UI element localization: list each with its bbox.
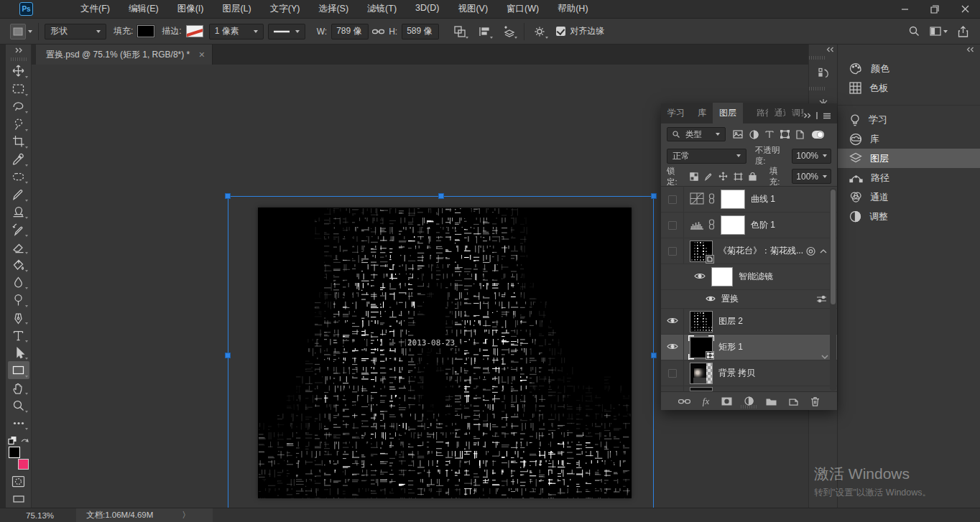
dock-item-layers[interactable]: 图层 <box>838 149 980 168</box>
layers-scrollbar[interactable] <box>830 188 836 391</box>
quick-mask-button[interactable] <box>8 472 29 490</box>
stroke-width-select[interactable]: 1 像素 <box>209 24 264 39</box>
menu-3d[interactable]: 3D(D) <box>407 0 447 18</box>
workspace-switcher[interactable] <box>930 27 948 36</box>
layer-mask-thumbnail[interactable] <box>721 215 745 235</box>
share-icon[interactable] <box>958 26 969 37</box>
visibility-on-icon[interactable] <box>694 272 706 282</box>
status-chevron-icon[interactable]: 〉 <box>182 510 190 521</box>
tool-mode-select[interactable]: 形状 <box>45 24 106 39</box>
path-operations-button[interactable] <box>450 23 469 40</box>
dock-item-swatches[interactable]: 色板 <box>838 78 980 98</box>
filter-pixel-layers-icon[interactable] <box>733 130 743 139</box>
menu-filter[interactable]: 滤镜(T) <box>359 0 405 18</box>
selection-handle-nw[interactable] <box>225 193 231 199</box>
link-layers-icon[interactable] <box>678 398 690 405</box>
filter-type-select[interactable]: 类型 <box>667 127 726 141</box>
collapse-chevron-icon[interactable] <box>820 249 827 253</box>
fill-field[interactable]: 100% <box>792 169 831 184</box>
visibility-toggle[interactable] <box>661 309 684 334</box>
clone-stamp-tool[interactable] <box>8 203 29 221</box>
smart-object-thumbnail[interactable] <box>690 241 713 262</box>
toolbar-collapse-button[interactable] <box>6 45 31 56</box>
visibility-toggle[interactable] <box>661 335 684 360</box>
opacity-field[interactable]: 100% <box>792 149 831 164</box>
dodge-tool[interactable] <box>8 291 29 309</box>
menu-help[interactable]: 帮助(H) <box>550 0 596 18</box>
new-layer-icon[interactable] <box>789 396 798 406</box>
layer-row-layer2[interactable]: 图层 2 <box>661 309 837 335</box>
dock-item-adjustments[interactable]: 调整 <box>838 207 980 226</box>
tab-learn[interactable]: 学习 <box>661 103 691 123</box>
panel-grip[interactable] <box>809 87 825 90</box>
type-tool[interactable] <box>8 326 29 344</box>
lock-all-icon[interactable] <box>749 172 757 181</box>
fill-color-swatch[interactable] <box>137 25 154 37</box>
filter-toggle-switch[interactable] <box>812 131 824 139</box>
visibility-toggle[interactable] <box>661 360 684 386</box>
filter-blending-options-icon[interactable] <box>816 295 827 303</box>
healing-patch-tool[interactable] <box>8 168 29 186</box>
visibility-toggle[interactable] <box>661 238 684 264</box>
smart-filter-badge-icon[interactable] <box>805 246 816 256</box>
layer-row-levels[interactable]: 色阶 1 <box>661 213 837 238</box>
dock-item-color[interactable]: 颜色 <box>838 59 980 78</box>
layer-row-partial[interactable] <box>661 386 837 391</box>
path-selection-tool[interactable] <box>8 344 29 362</box>
gear-icon[interactable] <box>530 23 549 40</box>
edit-toolbar-ellipsis[interactable] <box>8 414 29 432</box>
search-icon[interactable] <box>909 26 920 37</box>
menu-window[interactable]: 窗口(W) <box>499 0 547 18</box>
blend-mode-select[interactable]: 正常 <box>667 149 746 164</box>
selection-handle-n[interactable] <box>438 193 444 199</box>
visibility-toggle[interactable] <box>661 187 684 212</box>
menu-view[interactable]: 视图(V) <box>450 0 496 18</box>
quick-selection-tool[interactable] <box>8 115 29 133</box>
path-arrangement-button[interactable] <box>499 23 518 40</box>
pen-tool[interactable] <box>8 309 29 327</box>
height-field[interactable]: 589 像 <box>402 24 439 39</box>
lasso-tool[interactable] <box>8 98 29 116</box>
dock-item-libraries[interactable]: 库 <box>838 129 980 149</box>
menu-type[interactable]: 文字(Y) <box>262 0 308 18</box>
dock-collapse-button[interactable] <box>809 45 837 55</box>
layer-row-smart-object[interactable]: 《菊花台》：菊花残... <box>661 238 837 264</box>
panel-grip[interactable] <box>809 56 825 60</box>
restore-button[interactable] <box>920 0 950 19</box>
eyedropper-tool[interactable] <box>8 150 29 168</box>
brush-tool[interactable] <box>8 185 29 203</box>
layer-row-background-copy[interactable]: 背景 拷贝 <box>661 360 837 386</box>
layer-row-curves[interactable]: 曲线 1 <box>661 187 837 213</box>
chevron-right-double-icon[interactable] <box>803 113 811 118</box>
align-edges-checkbox[interactable] <box>556 27 565 36</box>
layer-thumbnail[interactable] <box>690 311 713 332</box>
link-dimensions-icon[interactable] <box>369 23 387 40</box>
menu-select[interactable]: 选择(S) <box>310 0 356 18</box>
layer-row-smart-filters[interactable]: 智能滤镜 <box>661 264 837 290</box>
background-color-swatch[interactable] <box>18 459 29 470</box>
document-size-indicator[interactable]: 文档:1.06M/4.69M 〉 <box>76 508 213 522</box>
marquee-tool[interactable] <box>8 80 29 98</box>
dock-item-channels[interactable]: 通道 <box>838 187 980 207</box>
selection-handle-e[interactable] <box>651 353 657 358</box>
move-tool[interactable] <box>8 62 29 80</box>
foreground-color-swatch[interactable] <box>9 447 20 458</box>
rectangle-tool[interactable] <box>8 361 29 379</box>
panel-resize-grip[interactable] <box>741 405 757 409</box>
tab-paths[interactable]: 路径 <box>750 103 768 123</box>
layer-mask-thumbnail[interactable] <box>721 190 745 209</box>
dock-collapse-button[interactable] <box>838 45 980 55</box>
transform-selection-box[interactable] <box>228 196 654 515</box>
paint-bucket-tool[interactable] <box>8 256 29 274</box>
filter-smart-objects-icon[interactable] <box>796 130 804 139</box>
tab-adjustments[interactable]: 调整 <box>785 103 803 123</box>
delete-layer-icon[interactable] <box>810 396 820 406</box>
minimize-button[interactable] <box>889 0 920 19</box>
scrollbar-thumb[interactable] <box>831 190 836 304</box>
close-button[interactable] <box>950 0 980 19</box>
tab-layers[interactable]: 图层 <box>713 103 743 123</box>
menu-image[interactable]: 图像(I) <box>170 0 212 18</box>
filter-adjustment-layers-icon[interactable] <box>749 130 759 139</box>
shape-layer-thumbnail[interactable] <box>690 337 713 358</box>
path-alignment-button[interactable] <box>475 23 494 40</box>
